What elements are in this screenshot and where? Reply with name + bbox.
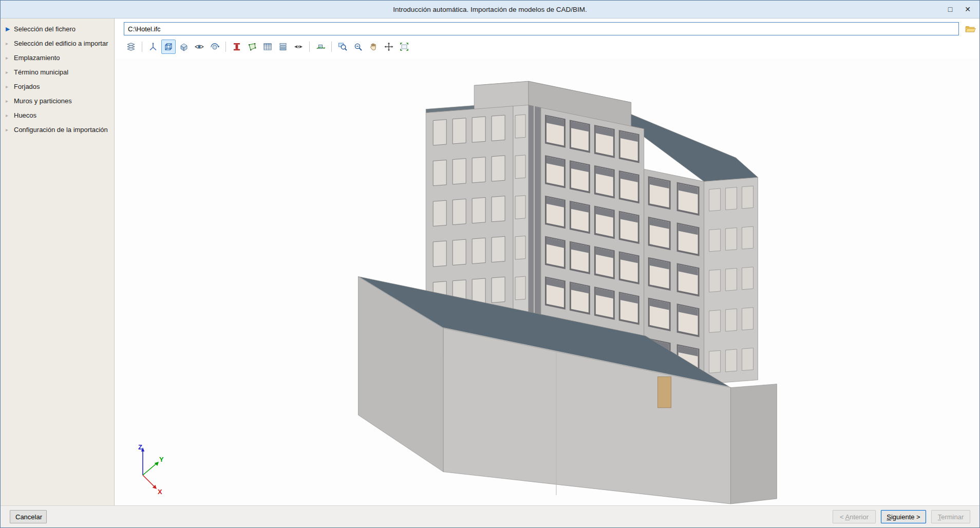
import-wizard-dialog: { "window": { "title": "Introducción aut… [0,0,980,528]
zoom-out-icon[interactable] [351,40,365,54]
step-bullet-icon: ▸ [6,127,14,133]
sidebar-item-termino-municipal[interactable]: ▸ Término municipal [1,65,114,79]
window-title: Introducción automática. Importación de … [393,6,587,13]
axes-indicator: Z Y X [127,443,171,495]
sidebar-item-huecos[interactable]: ▸ Huecos [1,108,114,122]
zoom-window-icon[interactable] [335,40,350,54]
wizard-steps-sidebar: ▶ Selección del fichero ▸ Selección del … [1,18,115,506]
titlebar: Introducción automática. Importación de … [1,1,979,18]
file-path-input[interactable] [124,22,959,35]
orbit-icon[interactable] [208,40,222,54]
next-button[interactable]: Siguiente > [881,510,926,523]
step-bullet-icon: ▸ [6,112,14,118]
step-bullet-icon: ▸ [6,98,14,104]
step-bullet-icon: ▸ [6,41,14,46]
toolbar-separator [142,42,142,52]
toolbar-separator [225,42,226,52]
area-green-icon[interactable] [245,40,259,54]
previous-button: < Anterior [833,510,876,523]
view-3d-icon[interactable] [161,40,176,54]
fit-window-icon[interactable] [397,40,411,54]
table-icon[interactable] [260,40,275,54]
toolbar-separator [331,42,332,52]
window-controls: □ ✕ [941,1,976,18]
eye-icon[interactable] [192,40,206,54]
step-label: Muros y particiones [14,97,72,105]
hide-elements-icon[interactable] [291,40,306,54]
sidebar-item-configuracion-importacion[interactable]: ▸ Configuración de la importación [1,122,114,137]
center-icon[interactable] [382,40,396,54]
step-label: Huecos [14,111,36,119]
step-bullet-icon: ▸ [6,69,14,75]
step-label: Selección del edificio a importar [14,40,108,47]
step-label: Emplazamiento [14,54,60,62]
sidebar-item-seleccion-edificio[interactable]: ▸ Selección del edificio a importar [1,36,114,50]
y-axis-label: Y [159,456,164,463]
content-area: Z Y X [115,18,979,506]
maximize-button[interactable]: □ [941,2,959,16]
column-red-icon[interactable] [230,40,244,54]
bottom-bar: Cancelar < Anterior Siguiente > Terminar [1,505,979,527]
sidebar-item-forjados[interactable]: ▸ Forjados [1,79,114,93]
toolbar-separator [309,42,310,52]
sidebar-item-muros-particiones[interactable]: ▸ Muros y particiones [1,93,114,108]
x-axis-label: X [158,488,162,495]
model-viewport[interactable]: Z Y X [115,59,979,506]
rotate-3d-icon[interactable] [313,40,328,54]
file-row [124,22,974,35]
step-label: Configuración de la importación [14,126,108,134]
step-bullet-icon: ▸ [6,84,14,89]
step-label: Término municipal [14,68,68,76]
close-button[interactable]: ✕ [959,2,976,16]
finish-button: Terminar [931,510,970,523]
cancel-button[interactable]: Cancelar [10,510,47,523]
step-label: Selección del fichero [14,25,76,33]
sidebar-item-emplazamiento[interactable]: ▸ Emplazamiento [1,50,114,65]
layers-stack-icon[interactable] [276,40,290,54]
step-bullet-icon: ▸ [6,55,14,61]
building-model [115,59,979,506]
view-toolbar [124,40,411,54]
pan-icon[interactable] [366,40,381,54]
entrance-door [658,377,671,408]
sidebar-item-seleccion-fichero[interactable]: ▶ Selección del fichero [1,22,114,36]
ucs-axes-icon[interactable] [146,40,160,54]
z-axis-label: Z [138,443,142,451]
active-step-arrow-icon: ▶ [6,26,14,32]
solid-view-icon[interactable] [177,40,191,54]
open-folder-icon [965,24,976,34]
step-label: Forjados [14,83,40,90]
browse-file-button[interactable] [963,23,977,35]
layers-icon[interactable] [124,40,138,54]
